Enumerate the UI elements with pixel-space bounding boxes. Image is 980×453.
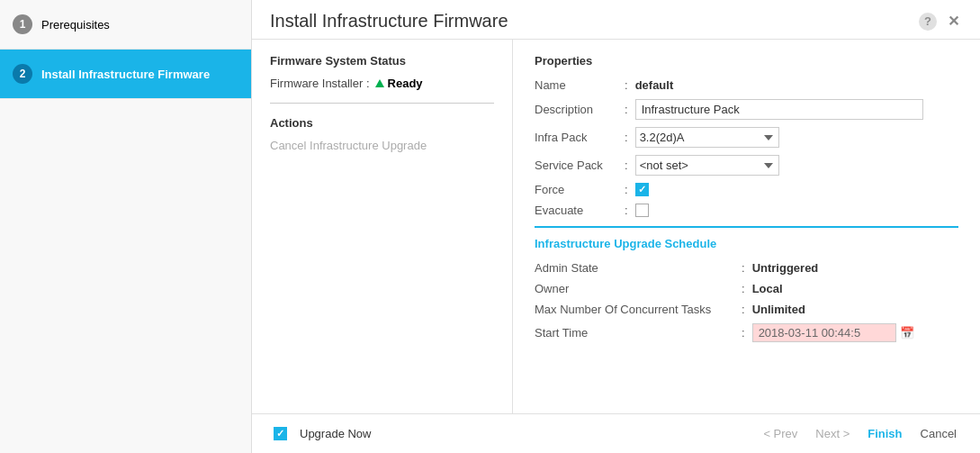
description-input[interactable] bbox=[635, 99, 923, 120]
infra-pack-row: Infra Pack : 3.2(2d)A bbox=[535, 127, 958, 148]
dialog-title: Install Infrastructure Firmware bbox=[270, 11, 508, 32]
next-button[interactable]: Next > bbox=[814, 423, 851, 444]
main-content: Install Infrastructure Firmware ? ✕ Firm… bbox=[252, 0, 980, 453]
firmware-status-title: Firmware System Status bbox=[270, 54, 494, 68]
dialog: 1 Prerequisites 2 Install Infrastructure… bbox=[0, 0, 980, 453]
admin-state-label: Admin State bbox=[535, 261, 742, 275]
sidebar-item-label-install: Install Infrastructure Firmware bbox=[41, 68, 210, 81]
name-colon: : bbox=[625, 78, 628, 92]
start-time-label: Start Time bbox=[535, 326, 742, 340]
upgrade-now-label: Upgrade Now bbox=[300, 427, 372, 440]
finish-button[interactable]: Finish bbox=[866, 423, 904, 444]
right-panel: Properties Name : default Description : … bbox=[513, 40, 980, 413]
force-row: Force : bbox=[535, 183, 958, 196]
left-panel: Firmware System Status Firmware Installe… bbox=[252, 40, 513, 413]
max-tasks-row: Max Number Of Concurrent Tasks : Unlimit… bbox=[535, 303, 958, 316]
actions-title: Actions bbox=[270, 116, 494, 130]
sidebar-item-label-prerequisites: Prerequisites bbox=[41, 18, 110, 32]
sidebar-item-install[interactable]: 2 Install Infrastructure Firmware bbox=[0, 50, 251, 99]
name-value: default bbox=[635, 78, 674, 92]
firmware-status-value: Ready bbox=[388, 77, 423, 90]
step-number-1: 1 bbox=[13, 14, 32, 34]
service-pack-colon: : bbox=[625, 159, 628, 172]
header-icons: ? ✕ bbox=[919, 13, 962, 31]
owner-row: Owner : Local bbox=[535, 282, 958, 295]
dialog-footer: Upgrade Now < Prev Next > Finish Cancel bbox=[252, 413, 980, 453]
admin-state-value: Untriggered bbox=[752, 261, 819, 275]
description-label: Description bbox=[535, 103, 625, 116]
owner-colon: : bbox=[742, 282, 745, 295]
force-checkbox[interactable] bbox=[635, 183, 649, 196]
start-time-row: Start Time : 📅 bbox=[535, 323, 958, 342]
service-pack-label: Service Pack bbox=[535, 159, 625, 172]
dialog-body: Firmware System Status Firmware Installe… bbox=[252, 40, 980, 413]
max-tasks-value: Unlimited bbox=[752, 303, 805, 316]
evacuate-label: Evacuate bbox=[535, 204, 625, 217]
firmware-installer-label: Firmware Installer : bbox=[270, 77, 370, 90]
upgrade-now-row: Upgrade Now bbox=[274, 427, 372, 440]
sidebar-item-prerequisites[interactable]: 1 Prerequisites bbox=[0, 0, 251, 50]
infra-pack-colon: : bbox=[625, 131, 628, 144]
force-label: Force bbox=[535, 183, 625, 196]
owner-value: Local bbox=[752, 282, 783, 295]
admin-state-colon: : bbox=[742, 261, 745, 275]
cancel-infrastructure-upgrade[interactable]: Cancel Infrastructure Upgrade bbox=[270, 139, 494, 152]
cancel-button[interactable]: Cancel bbox=[919, 423, 958, 444]
service-pack-row: Service Pack : <not set> bbox=[535, 155, 958, 176]
infra-pack-label: Infra Pack bbox=[535, 131, 625, 144]
calendar-icon[interactable]: 📅 bbox=[900, 326, 914, 340]
prev-button[interactable]: < Prev bbox=[761, 423, 799, 444]
start-time-input[interactable] bbox=[752, 323, 896, 342]
name-label: Name bbox=[535, 78, 625, 92]
description-row: Description : bbox=[535, 99, 958, 120]
evacuate-checkbox[interactable] bbox=[635, 204, 649, 217]
step-number-2: 2 bbox=[13, 64, 32, 84]
properties-title: Properties bbox=[535, 54, 958, 68]
divider bbox=[270, 103, 494, 104]
schedule-section: Infrastructure Upgrade Schedule Admin St… bbox=[535, 226, 958, 342]
max-tasks-colon: : bbox=[742, 303, 745, 316]
service-pack-select[interactable]: <not set> bbox=[635, 155, 779, 176]
admin-state-row: Admin State : Untriggered bbox=[535, 261, 958, 275]
description-colon: : bbox=[625, 103, 628, 116]
start-time-colon: : bbox=[742, 326, 745, 340]
dialog-header: Install Infrastructure Firmware ? ✕ bbox=[252, 0, 980, 40]
help-button[interactable]: ? bbox=[919, 13, 937, 31]
status-arrow-icon bbox=[375, 79, 384, 87]
sidebar: 1 Prerequisites 2 Install Infrastructure… bbox=[0, 0, 252, 453]
firmware-status-row: Firmware Installer : Ready bbox=[270, 77, 494, 90]
owner-label: Owner bbox=[535, 282, 742, 295]
max-tasks-label: Max Number Of Concurrent Tasks bbox=[535, 303, 742, 316]
infra-pack-select[interactable]: 3.2(2d)A bbox=[635, 127, 779, 148]
upgrade-now-checkbox-wrapper bbox=[274, 427, 287, 440]
upgrade-now-checkbox[interactable] bbox=[274, 427, 287, 440]
close-button[interactable]: ✕ bbox=[944, 13, 962, 31]
evacuate-row: Evacuate : bbox=[535, 204, 958, 217]
schedule-title: Infrastructure Upgrade Schedule bbox=[535, 237, 958, 250]
name-row: Name : default bbox=[535, 78, 958, 92]
evacuate-colon: : bbox=[625, 204, 628, 217]
force-colon: : bbox=[625, 183, 628, 196]
